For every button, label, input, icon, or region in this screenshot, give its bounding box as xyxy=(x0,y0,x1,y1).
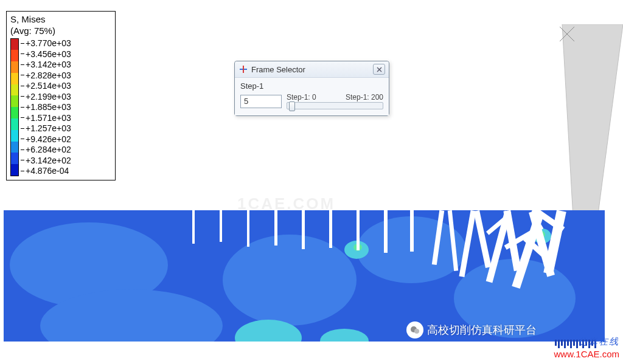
legend-scale: +3.770e+03 +3.456e+03 +3.142e+03 +2.828e… xyxy=(10,38,110,177)
legend-tick: +4.876e-04 xyxy=(26,167,69,175)
legend-tick: +3.770e+03 xyxy=(26,39,71,47)
slider-max-label: Step-1: 200 xyxy=(346,93,383,101)
legend-tick: +3.142e+03 xyxy=(26,60,71,69)
legend-swatch xyxy=(11,107,18,118)
legend-swatch xyxy=(11,118,18,130)
legend-swatch xyxy=(11,142,18,153)
legend-swatch xyxy=(11,164,18,176)
cutting-tool xyxy=(526,24,623,225)
legend-swatch xyxy=(11,153,18,164)
legend-tick: +2.828e+03 xyxy=(26,71,71,80)
legend-swatch xyxy=(11,39,18,50)
close-icon xyxy=(377,67,382,72)
legend-tick: +2.199e+03 xyxy=(26,92,71,101)
legend-tick: +3.456e+03 xyxy=(26,50,71,58)
frame-selector-titlebar[interactable]: Frame Selector xyxy=(235,61,389,78)
legend-tick: +9.426e+02 xyxy=(26,135,71,143)
frame-slider[interactable] xyxy=(287,102,383,109)
wechat-watermark: 高校切削仿真科研平台 xyxy=(406,321,537,338)
svg-marker-2 xyxy=(562,24,623,219)
legend-swatch xyxy=(11,61,18,73)
stress-legend: S, Mises (Avg: 75%) +3.770e+03 +3.456e+0… xyxy=(6,11,116,180)
legend-tick: +1.571e+03 xyxy=(26,114,71,122)
frame-number-input[interactable] xyxy=(240,95,282,108)
legend-swatch xyxy=(11,95,18,107)
legend-swatch xyxy=(11,50,18,61)
close-button[interactable] xyxy=(373,64,385,75)
frame-slider-thumb[interactable] xyxy=(289,101,295,111)
legend-swatch xyxy=(11,130,18,142)
legend-title-line1: S, Mises xyxy=(10,14,46,24)
legend-tick: +2.514e+03 xyxy=(26,81,71,90)
frame-selector-title: Frame Selector xyxy=(251,65,305,74)
bottom-watermark: 仿真在线 www.1CAE.com xyxy=(554,335,619,360)
legend-tick: +6.284e+02 xyxy=(26,145,71,154)
watermark-cn: 仿真在线 xyxy=(554,335,619,348)
wechat-icon xyxy=(406,321,423,338)
wechat-text: 高校切削仿真科研平台 xyxy=(427,323,537,337)
legend-title-line2: (Avg: 75%) xyxy=(10,26,55,36)
step-label: Step-1 xyxy=(240,81,383,91)
legend-colorbar xyxy=(10,38,19,177)
watermark-url: www.1CAE.com xyxy=(554,348,619,360)
frame-selector-dialog[interactable]: Frame Selector Step-1 Step-1: 0 Step-1: … xyxy=(234,61,389,116)
legend-title: S, Mises (Avg: 75%) xyxy=(10,14,110,37)
frame-selector-body: Step-1 Step-1: 0 Step-1: 200 xyxy=(235,78,389,115)
svg-point-6 xyxy=(414,329,419,334)
app-icon xyxy=(238,64,248,74)
legend-tick: +1.257e+03 xyxy=(26,124,71,132)
legend-swatch xyxy=(11,84,18,96)
legend-tick: +1.885e+03 xyxy=(26,103,71,111)
legend-ticks: +3.770e+03 +3.456e+03 +3.142e+03 +2.828e… xyxy=(21,38,71,177)
slider-min-label: Step-1: 0 xyxy=(287,93,316,101)
svg-rect-1 xyxy=(243,66,244,73)
legend-tick: +3.142e+02 xyxy=(26,156,71,165)
legend-swatch xyxy=(11,73,18,84)
